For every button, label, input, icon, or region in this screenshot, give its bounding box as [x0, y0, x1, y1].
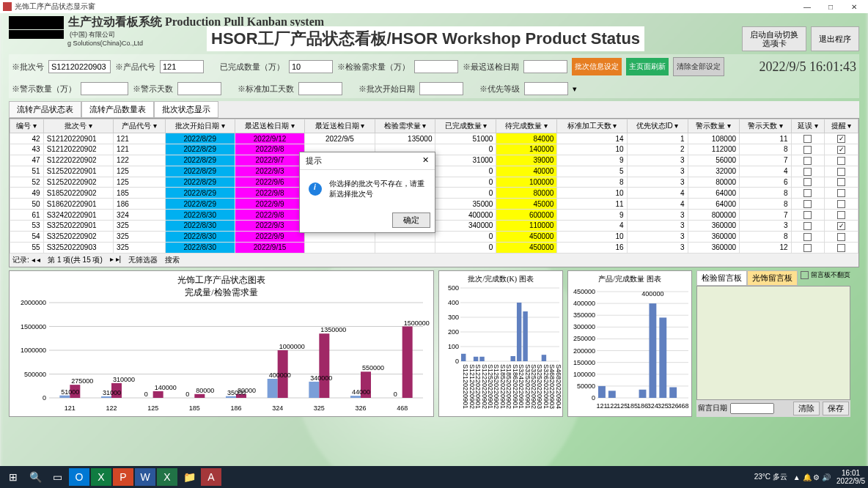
svg-text:1000000: 1000000 — [21, 347, 46, 354]
ppt-icon[interactable]: P — [113, 468, 133, 486]
col-header[interactable]: 警示数量 ▾ — [688, 119, 740, 133]
close-button[interactable]: ✕ — [843, 3, 865, 11]
start-icon[interactable]: ⊞ — [3, 468, 23, 486]
svg-text:400000: 400000 — [269, 371, 291, 379]
dropdown-icon[interactable]: ▾ — [573, 84, 577, 94]
svg-text:185: 185 — [189, 404, 200, 412]
col-header[interactable]: 编号 ▾ — [10, 119, 44, 133]
dialog-title: 提示 — [306, 155, 322, 166]
col-header[interactable]: 优先状态ID ▾ — [627, 119, 688, 133]
svg-text:340000: 340000 — [310, 374, 332, 382]
msg-save-button[interactable]: 保存 — [823, 402, 849, 415]
taskbar[interactable]: ⊞ 🔍 ▭ O X P W X 📁 A 23°C 多云 ▲ 🔔 ⚙ 🔊 16:0… — [0, 466, 868, 488]
clear-all-button[interactable]: 清除全部设定 — [673, 57, 724, 76]
minimize-button[interactable]: — — [796, 3, 818, 11]
insp-input[interactable] — [414, 60, 458, 73]
msg-tab-2[interactable]: 光饰留言板 — [747, 270, 798, 286]
late-label: ※最迟送检日期 — [463, 62, 519, 73]
msg-date-input[interactable] — [730, 403, 774, 414]
msg-checkbox[interactable] — [801, 271, 809, 279]
excel2-icon[interactable]: X — [157, 468, 177, 486]
folder-icon[interactable]: 📁 — [179, 468, 199, 486]
svg-text:200000: 200000 — [573, 347, 595, 354]
search-label: 搜索 — [165, 255, 180, 265]
col-header[interactable]: 批次号 ▾ — [43, 119, 113, 133]
svg-text:326: 326 — [355, 404, 366, 412]
svg-text:125: 125 — [147, 404, 158, 412]
svg-text:122: 122 — [106, 404, 117, 412]
start-input[interactable] — [419, 82, 463, 95]
auto-switch-button[interactable]: 启动自动切换 选项卡 — [742, 26, 806, 51]
outlook-icon[interactable]: O — [69, 468, 89, 486]
svg-text:1000000: 1000000 — [279, 343, 305, 350]
batch-setting-button[interactable]: 批次信息设定 — [572, 58, 622, 75]
exit-button[interactable]: 退出程序 — [811, 26, 859, 51]
col-header[interactable]: 检验需求量 ▾ — [375, 119, 435, 133]
msg-area[interactable] — [696, 286, 850, 400]
std-input[interactable] — [298, 82, 342, 95]
svg-rect-131 — [659, 317, 666, 398]
weather[interactable]: 23°C 多云 — [754, 472, 787, 482]
tab-batch-status[interactable]: 批次状态显示 — [154, 101, 218, 118]
svg-rect-67 — [461, 353, 466, 361]
prod-input[interactable] — [160, 60, 204, 73]
svg-text:121: 121 — [596, 402, 607, 410]
company-cn: (中国) 有限公司 — [70, 30, 116, 40]
warn-day-input[interactable] — [177, 82, 221, 95]
late-input[interactable] — [523, 60, 567, 73]
tray-icons[interactable]: ▲ 🔔 ⚙ 🔊 — [793, 473, 831, 481]
msg-date-label: 留言日期 — [698, 403, 727, 413]
refresh-button[interactable]: 主页面刷新 — [626, 58, 669, 75]
prio-input[interactable] — [524, 82, 568, 95]
svg-rect-51 — [402, 326, 413, 398]
nav-next[interactable]: ▸ ▸| — [110, 255, 121, 265]
col-header[interactable]: 最迟送检日期 ▾ — [235, 119, 304, 133]
col-header[interactable]: 提醒 ▾ — [825, 119, 858, 133]
col-header[interactable]: 警示天数 ▾ — [740, 119, 792, 133]
table-row[interactable]: 42S121202209011212022/8/292022/9/122022/… — [10, 133, 858, 144]
excel-icon[interactable]: X — [91, 468, 111, 486]
svg-rect-127 — [639, 389, 647, 397]
svg-text:325: 325 — [658, 402, 669, 410]
access-icon[interactable]: A — [201, 468, 221, 486]
svg-text:325: 325 — [314, 404, 325, 412]
svg-rect-10 — [59, 395, 70, 397]
chart-subtitle: 完成量/检验需求量 — [12, 286, 430, 299]
insp-label: ※检验需求量（万） — [337, 62, 410, 73]
svg-rect-45 — [350, 396, 361, 398]
col-header[interactable]: 产品代号 ▾ — [114, 119, 166, 133]
table-row[interactable]: 55S325202209033252022/8/302022/9/1504500… — [10, 242, 858, 253]
clock-time[interactable]: 16:01 — [836, 469, 865, 477]
maximize-button[interactable]: □ — [820, 3, 842, 11]
tab-quantity[interactable]: 流转产品数量表 — [81, 101, 154, 118]
col-header[interactable]: 已完成数量 ▾ — [435, 119, 496, 133]
col-header[interactable]: 延误 ▾ — [791, 119, 825, 133]
svg-text:122: 122 — [606, 402, 617, 410]
col-header[interactable]: 标准加工天数 ▾ — [557, 119, 627, 133]
svg-rect-119 — [598, 386, 606, 398]
msg-clear-button[interactable]: 清除 — [793, 402, 820, 415]
svg-rect-71 — [474, 356, 478, 361]
word-icon[interactable]: W — [135, 468, 155, 486]
svg-text:140000: 140000 — [155, 384, 177, 391]
chart2-svg: 0100200300400500S12120220901S12120220902… — [442, 284, 563, 413]
chart-main: 光饰工序产品状态图表 完成量/检验需求量 0500000100000015000… — [9, 270, 434, 417]
search-icon[interactable]: 🔍 — [25, 468, 45, 486]
col-header[interactable]: 待完成数量 ▾ — [496, 119, 557, 133]
msg-tab-1[interactable]: 检验留言板 — [696, 270, 747, 286]
info-icon — [309, 182, 322, 196]
prod-label: ※产品代号 — [115, 62, 155, 73]
message-panel: 检验留言板 光饰留言板 留言板不翻页 留言日期 清除 保存 — [696, 270, 850, 417]
done-input[interactable] — [289, 60, 333, 73]
dialog-close-icon[interactable]: ✕ — [422, 155, 429, 166]
batch-input[interactable] — [48, 60, 111, 73]
tab-status[interactable]: 流转产品状态表 — [9, 101, 81, 118]
dialog-ok-button[interactable]: 确定 — [392, 212, 430, 228]
col-header[interactable]: 批次开始日期 ▾ — [165, 119, 235, 133]
svg-text:100: 100 — [448, 343, 459, 350]
col-header[interactable]: 最近送检日期 ▾ — [305, 119, 375, 133]
task-icon[interactable]: ▭ — [47, 468, 67, 486]
done-label: 已完成数量（万） — [220, 62, 284, 73]
svg-text:100000: 100000 — [573, 370, 595, 377]
warn-qty-input[interactable] — [81, 82, 128, 95]
